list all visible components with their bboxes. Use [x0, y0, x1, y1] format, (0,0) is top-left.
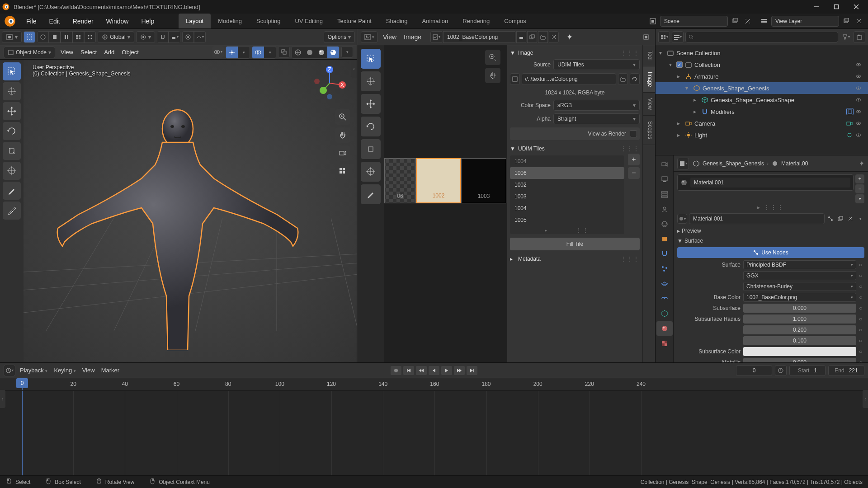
prop-tab-scene[interactable]	[656, 202, 673, 216]
metadata-header[interactable]: ▸Metadata⋮⋮⋮	[510, 254, 640, 264]
vp-menu-select[interactable]: Select	[80, 49, 97, 56]
scene-input[interactable]: Scene	[660, 16, 728, 27]
slot-add-button[interactable]: +	[855, 174, 864, 183]
tl-menu-playback[interactable]: Playback ▾	[20, 367, 47, 374]
viewlayer-input[interactable]: View Layer	[771, 16, 839, 27]
image-open-icon[interactable]	[538, 31, 548, 43]
tab-sculpting[interactable]: Sculpting	[249, 14, 288, 28]
tab-rendering[interactable]: Rendering	[455, 14, 497, 28]
tree-scene-collection[interactable]: ▾ Scene Collection	[656, 47, 868, 59]
timeline-ruler[interactable]: 020406080100120140160180200220240 0	[0, 378, 868, 391]
udim-item-1006[interactable]: 1006	[510, 167, 624, 179]
img-select-tool[interactable]	[361, 49, 381, 69]
playhead[interactable]: 0	[22, 378, 23, 390]
blender-logo-icon[interactable]	[4, 15, 16, 28]
snap-btn-2[interactable]	[49, 31, 61, 43]
prop-field[interactable]: Christensen-Burley▾	[743, 282, 856, 291]
img-menu-image[interactable]: Image	[404, 33, 421, 41]
snap-type-dropdown[interactable]: ▾	[169, 31, 180, 43]
snap-btn-3[interactable]	[61, 31, 72, 43]
orientation-dropdown[interactable]: Global▾	[98, 31, 134, 43]
xray-toggle[interactable]	[278, 46, 290, 58]
img-zoom-icon[interactable]	[485, 50, 500, 65]
tl-menu-marker[interactable]: Marker	[101, 367, 119, 374]
minimize-button[interactable]	[807, 0, 826, 14]
slot-menu-button[interactable]: ▾	[855, 194, 864, 203]
image-canvas[interactable]: 06 1002 1003	[384, 45, 507, 362]
image-panel-header[interactable]: ▼Image⋮⋮⋮	[510, 48, 640, 58]
mode-dropdown[interactable]: Object Mode▾	[4, 47, 55, 58]
scale-tool[interactable]	[3, 142, 21, 160]
vtab-tool[interactable]: Tool	[643, 45, 655, 66]
vtab-scopes[interactable]: Scopes	[643, 116, 655, 145]
tl-menu-view[interactable]: View	[82, 367, 95, 374]
snap-btn-4[interactable]	[72, 31, 84, 43]
start-frame-input[interactable]: Start1	[789, 365, 826, 376]
prop-field[interactable]: 1002_BaseColor.png▾	[743, 293, 856, 302]
img-pan-icon[interactable]	[485, 68, 500, 83]
pin-icon[interactable]	[564, 32, 575, 42]
outliner-tree[interactable]: ▾ Scene Collection ▾✓Collection▸Armature…	[656, 45, 868, 155]
perspective-toggle-icon[interactable]	[335, 164, 350, 179]
tab-texture-paint[interactable]: Texture Paint	[330, 14, 379, 28]
prev-key-button[interactable]	[415, 366, 427, 375]
solid-shading[interactable]	[304, 47, 316, 58]
prop-field[interactable]: GGX▾	[743, 271, 856, 280]
image-editor-type[interactable]: ▾	[361, 31, 377, 43]
img-scale-tool[interactable]	[361, 139, 381, 159]
rendered-shading[interactable]	[327, 47, 339, 58]
overlay-toggle[interactable]	[252, 47, 264, 58]
annotate-tool[interactable]	[3, 182, 21, 200]
snap-toggle[interactable]	[157, 31, 169, 43]
tree-item-armature[interactable]: ▸Armature	[656, 70, 868, 82]
prop-slider[interactable]: 1.000	[743, 314, 856, 324]
udim-item-1004[interactable]: 1004	[510, 202, 624, 214]
folder-icon[interactable]	[618, 73, 628, 85]
tree-item-genesis-shape-genesis[interactable]: ▾Genesis_Shape_Genesis	[656, 82, 868, 94]
camera-view-icon[interactable]	[335, 145, 350, 161]
close-button[interactable]	[846, 0, 866, 14]
options-dropdown[interactable]: Options▾	[324, 31, 355, 43]
nav-gizmo[interactable]: Z X	[311, 65, 348, 101]
breadcrumb-material[interactable]: Material.00	[781, 160, 808, 167]
menu-window[interactable]: Window	[100, 14, 135, 28]
image-users-icon[interactable]	[516, 31, 526, 43]
jump-end-button[interactable]	[466, 366, 478, 375]
pan-icon[interactable]	[335, 127, 350, 143]
proportional-toggle[interactable]	[182, 31, 194, 43]
slot-remove-button[interactable]: −	[855, 184, 864, 193]
outliner-display-icon[interactable]: ▾	[672, 31, 684, 43]
prop-type-icon[interactable]: ▾	[677, 158, 689, 169]
breadcrumb-object[interactable]: Genesis_Shape_Genesis	[703, 160, 764, 167]
browse-scene-icon[interactable]	[647, 16, 658, 27]
view-as-render-checkbox[interactable]	[630, 130, 637, 137]
img-transform-tool[interactable]	[361, 162, 381, 182]
gizmo-dropdown[interactable]: ▾	[238, 47, 250, 58]
mat-unlink-icon[interactable]	[846, 214, 854, 224]
prop-slider[interactable]: 0.000	[743, 304, 856, 313]
vtab-image[interactable]: Image	[643, 66, 655, 93]
fill-tile-button[interactable]: Fill Tile	[510, 238, 640, 250]
vp-menu-view[interactable]: View	[61, 49, 73, 56]
surface-section[interactable]: ▼Surface	[677, 236, 864, 246]
rotate-tool[interactable]	[3, 122, 21, 140]
play-reverse-button[interactable]	[428, 366, 440, 375]
udim-item-1002[interactable]: 1002	[510, 179, 624, 191]
delete-viewlayer-icon[interactable]	[854, 16, 864, 27]
udim-item-1003[interactable]: 1003	[510, 191, 624, 202]
measure-tool[interactable]	[3, 202, 21, 220]
alpha-dropdown[interactable]: Straight▾	[553, 113, 640, 124]
vp-menu-add[interactable]: Add	[104, 49, 114, 56]
browse-viewlayer-icon[interactable]	[759, 16, 769, 27]
menu-edit[interactable]: Edit	[43, 14, 66, 28]
prop-tab-constraint[interactable]	[656, 291, 673, 306]
udim-add-button[interactable]: +	[628, 154, 640, 165]
udim-remove-button[interactable]: −	[628, 167, 640, 179]
pivot-dropdown[interactable]: ▾	[136, 31, 155, 43]
prop-slider[interactable]: 0.200	[743, 325, 856, 334]
select-tool-icon[interactable]	[24, 31, 35, 43]
tab-uv-editing[interactable]: UV Editing	[288, 14, 330, 28]
img-cursor-tool[interactable]	[361, 71, 381, 91]
preview-section[interactable]: ▸Preview	[677, 226, 864, 236]
editor-type-dropdown[interactable]: ▾	[2, 31, 22, 43]
